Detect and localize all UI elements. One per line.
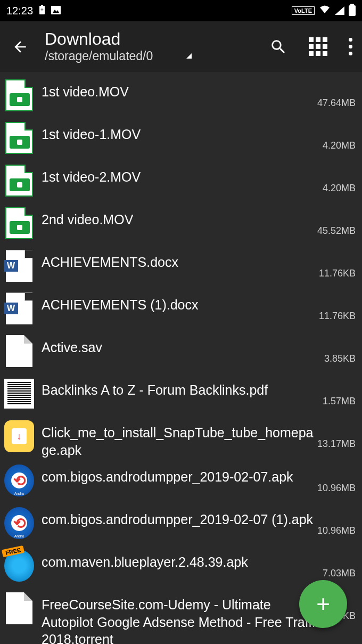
path-subtitle: /storage/emulated/0 xyxy=(45,49,153,63)
svg-rect-1 xyxy=(41,5,43,6)
file-name: Click_me_to_install_SnapTube_tube_homepa… xyxy=(42,424,317,459)
title-block[interactable]: Download /storage/emulated/0 xyxy=(45,30,264,63)
generic-file-icon xyxy=(6,592,32,624)
grid-view-button[interactable] xyxy=(309,37,327,56)
file-row[interactable]: WACHIEVEMENTS (1).docx11.76KB xyxy=(0,288,362,330)
more-options-button[interactable] xyxy=(349,38,352,55)
video-file-icon xyxy=(5,122,33,154)
file-row[interactable]: 2nd video.MOV45.52MB xyxy=(0,202,362,245)
video-file-icon xyxy=(5,207,33,239)
search-button[interactable] xyxy=(269,38,287,56)
file-size: 4.20MB xyxy=(323,140,356,153)
video-file-icon xyxy=(5,79,33,111)
apk-icon: Andro xyxy=(4,507,34,539)
svg-rect-3 xyxy=(51,6,61,14)
file-size: 4.20MB xyxy=(323,183,356,196)
file-row[interactable]: Active.sav3.85KB xyxy=(0,330,362,373)
file-size: 7.03MB xyxy=(323,568,356,581)
file-row[interactable]: Backlinks A to Z - Forum Backlinks.pdf1.… xyxy=(0,373,362,415)
file-size: 10.96MB xyxy=(317,483,356,496)
file-list: 1st video.MOV47.64MB1st video-1.MOV4.20M… xyxy=(0,72,362,644)
svg-text:+: + xyxy=(40,7,44,13)
file-name: Backlinks A to Z - Forum Backlinks.pdf xyxy=(42,381,323,399)
file-size: 11.76KB xyxy=(319,268,356,281)
signal-icon xyxy=(335,6,344,15)
word-file-icon: W xyxy=(6,292,32,324)
image-icon xyxy=(51,5,61,17)
apk-icon: Andro xyxy=(4,464,34,496)
back-button[interactable] xyxy=(10,36,31,58)
file-size: 3.85KB xyxy=(324,353,356,366)
battery-icon xyxy=(349,5,356,16)
file-size: 1.57MB xyxy=(323,396,356,409)
apk-icon: FREE xyxy=(4,550,34,582)
file-name: com.bigos.androdumpper_2019-02-07 (1).ap… xyxy=(42,511,317,528)
file-name: FreeCourseSite.com-Udemy - Ultimate Auto… xyxy=(42,596,324,644)
file-name: com.maven.blueplayer.2.48.39.apk xyxy=(42,553,323,571)
file-size: 45.52MB xyxy=(317,225,356,239)
file-size: 47.64MB xyxy=(317,97,356,111)
file-row[interactable]: 1st video-1.MOV4.20MB xyxy=(0,117,362,160)
apk-icon xyxy=(4,420,34,452)
file-size: 10.96MB xyxy=(317,525,356,539)
battery-charging-icon: + xyxy=(38,5,46,17)
file-row[interactable]: 1st video-2.MOV4.20MB xyxy=(0,160,362,202)
file-row[interactable]: WACHIEVEMENTS.docx11.76KB xyxy=(0,245,362,288)
file-name: 1st video-2.MOV xyxy=(42,168,323,186)
fab-add-button[interactable]: + xyxy=(299,580,347,628)
file-name: ACHIEVEMENTS (1).docx xyxy=(42,296,319,314)
file-row[interactable]: 1st video.MOV47.64MB xyxy=(0,75,362,117)
wifi-icon xyxy=(319,5,331,17)
generic-file-icon xyxy=(6,335,32,367)
plus-icon: + xyxy=(316,591,330,617)
file-name: ACHIEVEMENTS.docx xyxy=(42,254,319,271)
dropdown-icon xyxy=(186,53,192,59)
file-name: 2nd video.MOV xyxy=(42,211,317,229)
file-name: com.bigos.androdumpper_2019-02-07.apk xyxy=(42,468,317,486)
status-bar: 12:23 + VoLTE xyxy=(0,0,362,21)
file-row[interactable]: Androcom.bigos.androdumpper_2019-02-07 (… xyxy=(0,502,362,545)
file-size: 13.17MB xyxy=(317,438,356,452)
page-title: Download xyxy=(45,30,264,48)
file-name: 1st video-1.MOV xyxy=(42,126,323,143)
file-row[interactable]: Androcom.bigos.androdumpper_2019-02-07.a… xyxy=(0,460,362,502)
status-time: 12:23 xyxy=(6,5,33,17)
video-file-icon xyxy=(5,165,33,197)
word-file-icon: W xyxy=(6,250,32,282)
file-row[interactable]: Click_me_to_install_SnapTube_tube_homepa… xyxy=(0,415,362,460)
pdf-file-icon xyxy=(4,379,34,409)
volte-indicator: VoLTE xyxy=(292,6,315,15)
app-bar: Download /storage/emulated/0 xyxy=(0,21,362,72)
file-name: 1st video.MOV xyxy=(42,83,317,101)
file-row[interactable]: FREEcom.maven.blueplayer.2.48.39.apk7.03… xyxy=(0,545,362,588)
file-name: Active.sav xyxy=(42,339,324,356)
file-size: 11.76KB xyxy=(319,311,356,324)
